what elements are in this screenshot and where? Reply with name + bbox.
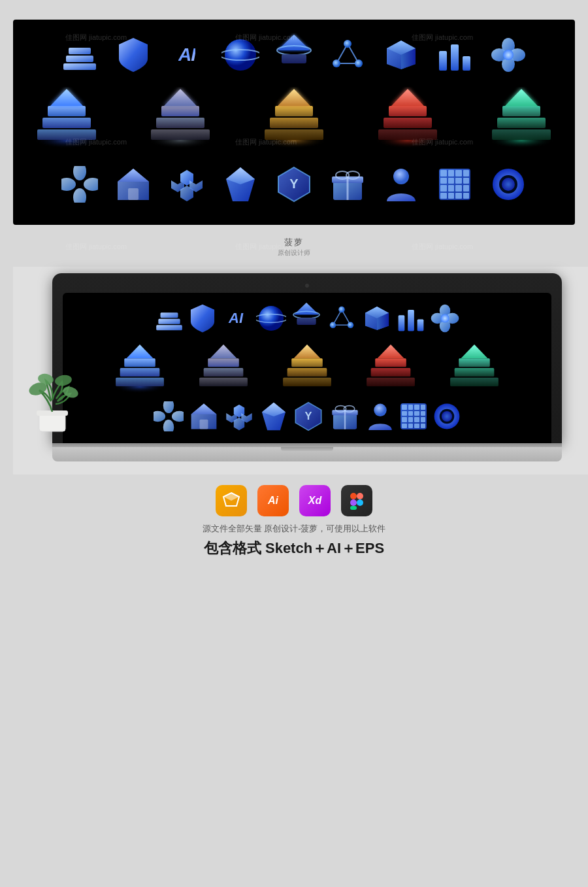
svg-point-53 [61,178,76,191]
svg-point-24 [503,50,514,60]
svg-rect-81 [158,319,180,324]
laptop-base [52,447,562,461]
svg-rect-82 [161,312,178,318]
svg-marker-121 [378,344,404,358]
svg-rect-153 [357,493,363,499]
pyramid-blue [20,85,114,150]
svg-point-51 [84,178,98,191]
svg-rect-119 [371,368,411,377]
svg-rect-87 [297,318,316,325]
svg-rect-27 [42,118,91,128]
svg-rect-110 [199,378,248,386]
svg-point-128 [163,420,174,431]
svg-rect-2 [69,48,91,54]
svg-rect-116 [291,358,323,367]
svg-rect-28 [48,106,86,116]
svg-rect-108 [124,358,155,367]
svg-rect-7 [282,54,306,63]
svg-marker-131 [191,404,217,414]
laptop: AI [52,273,562,461]
svg-text:Y: Y [305,410,312,422]
svg-rect-114 [283,378,331,386]
diamond-icon [218,162,263,207]
cross-icon [57,162,102,207]
svg-point-70 [393,169,409,184]
svg-rect-32 [156,118,204,128]
grid-icon [433,162,477,207]
svg-point-156 [357,499,363,506]
svg-marker-5 [278,35,310,50]
svg-point-104 [440,314,449,322]
software-icons-row: Ai Xd [13,485,575,516]
svg-rect-107 [120,368,160,377]
pyramid-teal [474,85,568,150]
svg-rect-41 [378,129,437,140]
barchart-icon [431,31,478,78]
svg-point-52 [73,188,86,203]
svg-rect-97 [399,315,405,331]
circle-ring-icon [486,162,531,207]
svg-rect-33 [161,106,199,116]
laptop-grid-icon [400,403,427,429]
illustrator-icon: Ai [257,485,289,516]
svg-rect-56 [128,188,139,200]
network-icon [324,31,371,78]
svg-rect-98 [408,310,414,331]
svg-rect-1 [66,56,93,62]
svg-rect-74 [39,413,65,431]
svg-rect-155 [350,506,357,510]
laptop-container: AI [26,273,588,461]
pyramid-gold [247,85,341,150]
svg-point-12 [333,59,340,67]
svg-rect-42 [384,118,432,128]
svg-point-3 [225,39,256,71]
svg-rect-106 [116,378,164,386]
svg-rect-124 [459,358,490,367]
svg-point-129 [154,411,165,422]
svg-point-146 [374,404,386,416]
svg-rect-19 [463,56,470,71]
svg-rect-111 [204,368,244,377]
home-icon [111,162,155,207]
svg-rect-47 [497,118,546,128]
svg-rect-154 [350,499,357,506]
laptop-screen: AI [63,293,551,443]
svg-point-93 [348,322,354,329]
svg-rect-120 [375,358,406,367]
funnel-icon [270,31,318,78]
brand-sub: 原创设计师 [278,248,310,258]
svg-marker-113 [210,344,237,358]
svg-marker-151 [223,493,239,501]
svg-rect-0 [63,63,96,70]
svg-marker-44 [391,89,424,106]
ai-text-icon: AI [163,31,210,78]
svg-marker-125 [461,344,488,358]
svg-marker-29 [50,89,83,106]
svg-rect-123 [455,368,495,377]
svg-rect-152 [350,493,357,499]
plant-decoration [26,354,78,435]
svg-rect-36 [265,129,323,140]
svg-point-127 [172,411,184,422]
svg-text:Y: Y [289,176,299,191]
svg-point-83 [259,306,284,331]
preview-box: 佳图网 jiatupic.com 佳图网 jiatupic.com 佳图网 ji… [13,20,575,225]
svg-marker-55 [118,169,149,182]
hex-cluster-icon [165,162,209,207]
svg-marker-109 [127,344,154,358]
hex-badge-icon: Y [272,162,316,207]
laptop-screen-bezel: AI [52,273,562,443]
svg-rect-99 [417,320,424,331]
brand-name: 菠萝 [284,237,304,248]
footer: Ai Xd 源文件全部矢量 原创设计-菠萝，可使用以上软件 包含格式 Sketc… [13,475,575,571]
svg-rect-118 [367,378,415,386]
pyramid-red [361,85,455,150]
svg-rect-115 [287,368,327,377]
svg-rect-18 [451,44,459,71]
footer-description: 源文件全部矢量 原创设计-菠萝，可使用以上软件 [13,523,575,535]
icon-row-3: Y [20,162,568,207]
svg-marker-49 [505,89,538,106]
svg-rect-26 [37,129,96,140]
svg-rect-122 [450,378,498,386]
svg-rect-46 [492,129,551,140]
